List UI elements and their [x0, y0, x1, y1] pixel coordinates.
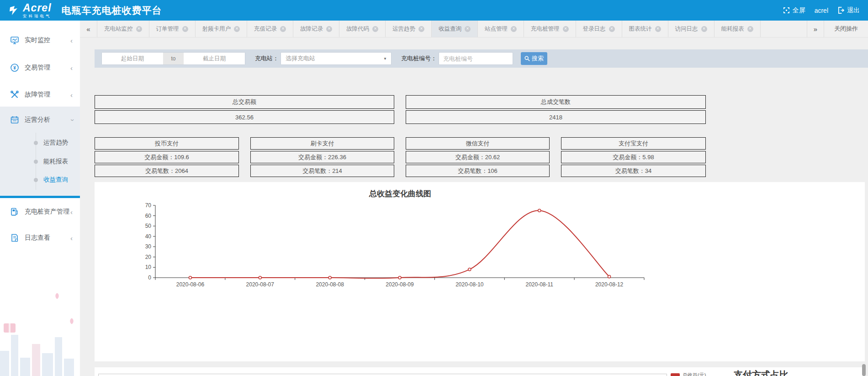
tab-fault-records[interactable]: 故障记录 ×	[293, 21, 339, 37]
tab-order-mgmt[interactable]: 订单管理 ×	[149, 21, 196, 37]
sidebar-item-label: 故障管理	[25, 91, 50, 99]
sidebar-item-fault-mgmt[interactable]: 故障管理 ‹	[0, 86, 80, 104]
main-content: to 充电站： 选择充电站 ▼ 充电桩编号： 搜索 总交易额 362	[80, 38, 868, 376]
tab-close-icon[interactable]: ×	[182, 26, 188, 32]
tab-close-icon[interactable]: ×	[465, 26, 471, 32]
tab-close-icon[interactable]: ×	[326, 26, 332, 32]
decoration-gift	[4, 323, 16, 333]
sidebar-group-divider	[0, 196, 80, 198]
tab-close-icon[interactable]: ×	[609, 26, 615, 32]
tab-login-logs[interactable]: 登录日志 ×	[576, 21, 622, 37]
tab-site-mgmt[interactable]: 站点管理 ×	[478, 21, 524, 37]
tab-recharge-records[interactable]: 充值记录 ×	[247, 21, 293, 37]
tab-energy-report[interactable]: 能耗报表 ×	[715, 21, 761, 37]
svg-text:30: 30	[145, 243, 152, 250]
svg-text:50: 50	[145, 223, 152, 229]
payment-title: 投币支付	[95, 137, 239, 150]
dropdown-arrow-icon: ▼	[383, 57, 387, 61]
fullscreen-label: 全屏	[793, 6, 805, 15]
tab-close-icon[interactable]: ×	[418, 26, 424, 32]
tab-charging-station-monitor[interactable]: 充电站监控 ×	[97, 21, 149, 37]
search-icon	[524, 56, 530, 61]
sidebar-item-transaction-mgmt[interactable]: ¥ 交易管理 ‹	[0, 59, 80, 77]
sidebar-item-log-view[interactable]: 日志查看 ‹	[0, 229, 80, 247]
payment-box-coin: 投币支付 交易金额：109.6 交易笔数：2064	[95, 137, 239, 178]
revenue-list-box	[98, 374, 667, 376]
charging-pile-icon	[10, 207, 19, 216]
tab-pile-mgmt[interactable]: 充电桩管理 ×	[524, 21, 576, 37]
sidebar-subitem-energy-report[interactable]: 能耗报表	[0, 154, 80, 169]
chevron-left-icon: ‹	[70, 234, 73, 242]
search-button[interactable]: 搜索	[521, 52, 547, 65]
tab-close-icon[interactable]: ×	[280, 26, 286, 32]
tab-label: 站点管理	[485, 25, 508, 33]
svg-text:40: 40	[145, 233, 152, 240]
tab-fault-codes[interactable]: 故障代码 ×	[339, 21, 386, 37]
total-amount-value: 362.56	[95, 110, 394, 124]
tab-operation-trend[interactable]: 运营趋势 ×	[386, 21, 432, 37]
total-count-box: 总成交笔数 2418	[406, 95, 706, 125]
tab-label: 故障记录	[300, 25, 323, 33]
tab-rfid-users[interactable]: 射频卡用户 ×	[196, 21, 248, 37]
svg-text:2020-08-12: 2020-08-12	[595, 281, 624, 288]
vertical-scrollbar-thumb[interactable]	[862, 364, 866, 376]
username[interactable]: acrel	[815, 7, 828, 14]
pile-number-input[interactable]	[439, 52, 513, 65]
payment-amount: 交易金额：109.6	[95, 151, 239, 163]
logout-label: 退出	[847, 6, 860, 15]
payment-count: 交易笔数：106	[406, 165, 550, 177]
sidebar-subitem-revenue-query[interactable]: 收益查询	[0, 172, 80, 187]
tab-close-icon[interactable]: ×	[234, 26, 240, 32]
tab-close-icon[interactable]: ×	[136, 26, 142, 32]
sidebar-item-label: 运营分析	[25, 116, 50, 124]
payment-amount: 交易金额：226.36	[250, 151, 394, 163]
tab-close-icon[interactable]: ×	[511, 26, 517, 32]
payment-box-card: 刷卡支付 交易金额：226.36 交易笔数：214	[250, 137, 394, 178]
app-header: Acrel 安科瑞电气 电瓶车充电桩收费平台 全屏 acrel 退出	[0, 0, 868, 21]
close-operations-menu[interactable]: 关闭操作	[824, 21, 868, 37]
sidebar-subitem-operation-trend[interactable]: 运营趋势	[0, 135, 80, 150]
total-count-value: 2418	[406, 110, 706, 124]
sidebar-item-pile-asset-mgmt[interactable]: 充电桩资产管理 ‹	[0, 203, 80, 221]
payment-methods-row: 投币支付 交易金额：109.6 交易笔数：2064 刷卡支付 交易金额：226.…	[95, 137, 706, 178]
payment-count: 交易笔数：2064	[95, 165, 239, 177]
scroll-tabs-right-button[interactable]: »	[807, 21, 824, 37]
tab-revenue-query[interactable]: 收益查询 ×	[432, 21, 478, 37]
tab-close-icon[interactable]: ×	[701, 26, 707, 32]
scroll-tabs-left-button[interactable]: «	[80, 21, 97, 37]
svg-text:0: 0	[148, 274, 151, 281]
payment-count: 交易笔数：214	[250, 165, 394, 177]
sidebar-item-operation-analysis[interactable]: 运营分析 ‹	[0, 111, 80, 129]
sidebar-subitem-label: 能耗报表	[43, 157, 68, 166]
transaction-icon: ¥	[10, 63, 19, 72]
date-range-picker: to	[101, 52, 245, 65]
header-actions: 全屏 acrel 退出	[783, 6, 860, 15]
station-select-value: 选择充电站	[286, 54, 315, 63]
payment-count: 交易笔数：34	[561, 165, 706, 177]
tab-label: 访问日志	[675, 25, 698, 33]
sidebar-item-label: 实时监控	[25, 36, 50, 44]
start-date-input[interactable]	[102, 53, 163, 64]
svg-text:10: 10	[145, 264, 152, 270]
tab-close-icon[interactable]: ×	[372, 26, 378, 32]
logout-button[interactable]: 退出	[837, 6, 860, 15]
tab-close-icon[interactable]: ×	[563, 26, 569, 32]
tab-close-icon[interactable]: ×	[747, 26, 753, 32]
chart-title: 总收益变化曲线图	[95, 182, 706, 199]
svg-text:60: 60	[145, 213, 152, 219]
pile-number-label: 充电桩编号：	[401, 54, 437, 63]
payment-title: 支付宝支付	[561, 137, 706, 150]
chevron-left-icon: ‹	[70, 91, 73, 99]
chevron-left-icon: ‹	[70, 208, 73, 216]
summary-row: 总交易额 362.56 总成交笔数 2418	[95, 95, 706, 125]
sidebar-item-realtime-monitor[interactable]: 实时监控 ‹	[0, 31, 80, 49]
revenue-chart-panel: 总收益变化曲线图 0102030405060702020-08-062020-0…	[95, 182, 865, 361]
tab-access-logs[interactable]: 访问日志 ×	[668, 21, 715, 37]
tab-label: 订单管理	[156, 25, 179, 33]
station-select[interactable]: 选择充电站 ▼	[281, 52, 392, 65]
end-date-input[interactable]	[184, 53, 245, 64]
tab-close-icon[interactable]: ×	[655, 26, 661, 32]
svg-text:¥: ¥	[13, 65, 16, 70]
fullscreen-button[interactable]: 全屏	[783, 6, 805, 15]
tab-chart-statistics[interactable]: 图表统计 ×	[622, 21, 668, 37]
